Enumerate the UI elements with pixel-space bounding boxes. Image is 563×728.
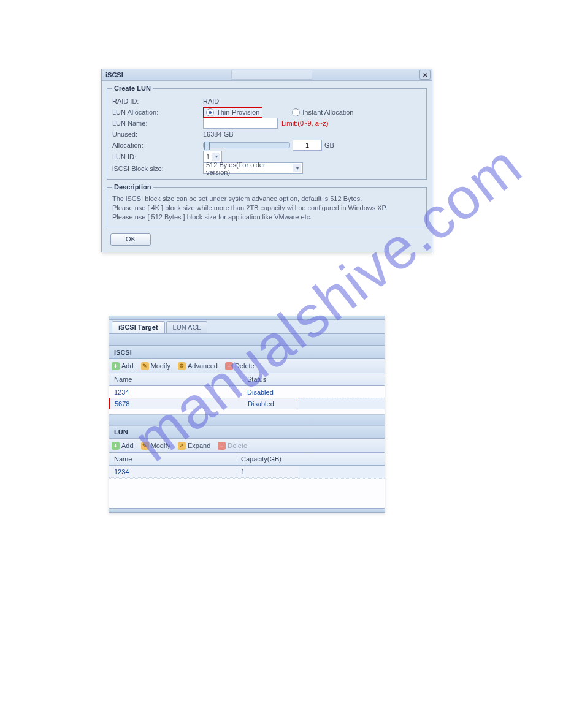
iscsi-section-header: iSCSI	[109, 346, 385, 359]
lun-col-name: Name	[109, 455, 237, 463]
delete-label: Delete	[235, 362, 255, 370]
iscsi-add-button[interactable]: Add	[112, 362, 134, 370]
add-label: Add	[121, 442, 134, 449]
iscsi-col-name: Name	[109, 376, 243, 383]
lun-name-input[interactable]	[203, 118, 278, 129]
dialog-title: iSCSI	[105, 71, 213, 78]
allocation-input[interactable]	[293, 140, 322, 151]
thin-provision-highlight: Thin-Provision	[203, 107, 262, 118]
iscsi-toolbar: Add Modify Advanced Delete	[109, 359, 385, 373]
create-lun-legend: Create LUN	[112, 85, 153, 92]
panel-stripe	[109, 334, 385, 346]
description-line2: Please use [ 4K ] block size while more …	[112, 203, 421, 213]
lun-name-limit: Limit:(0~9, a~z)	[282, 119, 328, 127]
raid-id-value: RAID	[203, 97, 421, 105]
raid-id-label: RAID ID:	[112, 97, 203, 105]
allocation-label: Allocation:	[112, 142, 203, 149]
iscsi-row-status: Disabled	[244, 400, 299, 408]
lun-add-button[interactable]: Add	[112, 442, 134, 450]
delete-label: Delete	[228, 442, 247, 449]
iscsi-col-status: Status	[243, 376, 385, 383]
radio-unchecked-icon	[292, 108, 300, 116]
iscsi-advanced-button[interactable]: Advanced	[178, 362, 218, 370]
delete-icon	[225, 362, 233, 370]
dialog-titlebar: iSCSI ✕	[102, 69, 432, 81]
description-fieldset: Description The iSCSI block size can be …	[107, 183, 427, 227]
iscsi-row-name: 1234	[109, 389, 243, 396]
iscsi-panel: iSCSI Target LUN ACL iSCSI Add Modify Ad…	[109, 316, 385, 513]
lun-delete-button[interactable]: Delete	[218, 442, 247, 450]
instant-allocation-radio[interactable]: Instant Allocation	[292, 108, 353, 116]
allocation-slider[interactable]	[203, 142, 290, 148]
description-line1: The iSCSI block size can be set under sy…	[112, 194, 421, 203]
titlebar-ghost-tab	[231, 70, 312, 80]
iscsi-row[interactable]: 1234 Disabled	[109, 386, 385, 398]
chevron-down-icon: ▾	[293, 164, 301, 172]
create-lun-dialog: iSCSI ✕ Create LUN RAID ID: RAID LUN All…	[101, 69, 432, 252]
tab-iscsi-target[interactable]: iSCSI Target	[112, 321, 165, 333]
iscsi-modify-button[interactable]: Modify	[141, 362, 170, 370]
iscsi-body-fill	[109, 409, 385, 414]
tab-lun-acl[interactable]: LUN ACL	[166, 321, 208, 333]
thin-provision-label: Thin-Provision	[216, 108, 259, 116]
lun-allocation-label: LUN Allocation:	[112, 108, 203, 116]
dialog-footer: OK	[102, 231, 432, 252]
unused-label: Unused:	[112, 131, 203, 138]
block-size-label: iSCSI Block size:	[112, 165, 203, 172]
lun-table-header: Name Capacity(GB)	[109, 453, 385, 466]
lun-col-capacity: Capacity(GB)	[237, 455, 385, 463]
lun-expand-button[interactable]: Expand	[178, 442, 210, 450]
advanced-icon	[178, 362, 186, 370]
close-icon[interactable]: ✕	[419, 70, 431, 80]
panel-bottom-fill	[109, 478, 385, 508]
lun-toolbar: Add Modify Expand Delete	[109, 439, 385, 453]
block-size-select[interactable]: 512 Bytes(For older version) ▾	[203, 162, 303, 174]
lun-id-value: 1	[206, 153, 210, 161]
advanced-label: Advanced	[188, 362, 218, 370]
thin-provision-radio[interactable]: Thin-Provision	[206, 108, 259, 116]
add-icon	[112, 442, 120, 450]
add-label: Add	[121, 362, 134, 370]
iscsi-delete-button[interactable]: Delete	[225, 362, 255, 370]
instant-allocation-label: Instant Allocation	[302, 108, 353, 116]
expand-label: Expand	[188, 442, 210, 449]
modify-label: Modify	[151, 442, 170, 449]
iscsi-row-highlighted[interactable]: 5678 Disabled	[109, 398, 299, 410]
description-legend: Description	[112, 183, 153, 191]
lun-row[interactable]: 1234 1	[109, 466, 299, 478]
delete-icon	[218, 442, 226, 450]
allocation-unit: GB	[324, 142, 334, 149]
expand-icon	[178, 442, 186, 450]
description-line3: Please use [ 512 Bytes ] block size for …	[112, 213, 421, 222]
panel-footer-stripe	[109, 508, 385, 512]
add-icon	[112, 362, 120, 370]
iscsi-table-header: Name Status	[109, 373, 385, 386]
chevron-down-icon: ▾	[212, 153, 220, 161]
lun-name-label: LUN Name:	[112, 119, 203, 127]
create-lun-fieldset: Create LUN RAID ID: RAID LUN Allocation:…	[107, 85, 427, 180]
lun-row-capacity: 1	[237, 468, 299, 476]
unused-value: 16384 GB	[203, 131, 421, 138]
lun-section-header: LUN	[109, 425, 385, 439]
iscsi-row-name: 5678	[110, 400, 244, 408]
block-size-value: 512 Bytes(For older version)	[206, 161, 291, 176]
lun-modify-button[interactable]: Modify	[141, 442, 170, 450]
modify-icon	[141, 442, 149, 450]
modify-icon	[141, 362, 149, 370]
ok-button[interactable]: OK	[110, 233, 151, 246]
lun-id-label: LUN ID:	[112, 153, 203, 161]
panel-tabs: iSCSI Target LUN ACL	[109, 320, 385, 334]
modify-label: Modify	[151, 362, 170, 370]
lun-row-name: 1234	[109, 468, 237, 476]
section-gap	[109, 414, 385, 425]
iscsi-row-status: Disabled	[243, 389, 385, 396]
radio-checked-icon	[206, 108, 214, 116]
